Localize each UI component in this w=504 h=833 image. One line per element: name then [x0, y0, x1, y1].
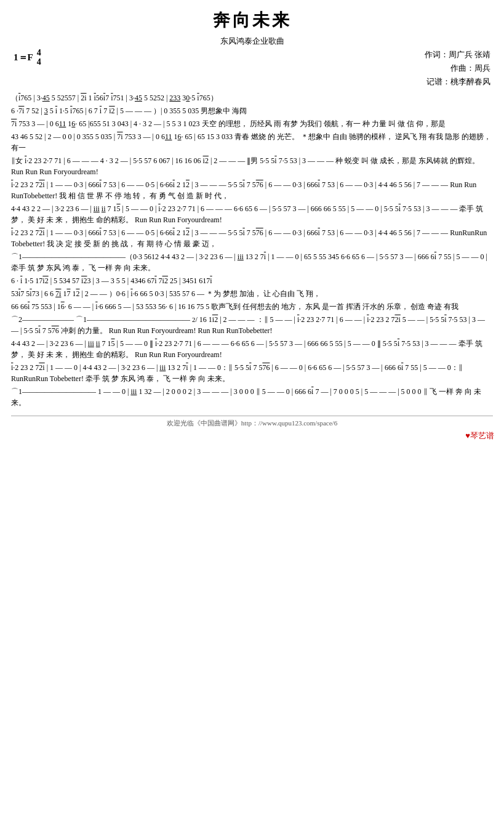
block-5: ‖女 i·2 23 2·7 71 | 6 — — — 4 · 3 2 — | 5…: [11, 155, 493, 177]
block-8: i·2 23 2 72i | 1 — — 0·3 | 666i 7 53 | 6…: [11, 227, 493, 249]
key-time-sig: 1＝F 4 4: [14, 48, 41, 67]
notation-row-2: 6 ·7i 7 52 | 3 5 i 1·5 i765 | 6 7 i 7 i2…: [11, 107, 199, 115]
meta-right: 作词：周广兵 张靖 作曲：周兵 记谱：桃李醉春风: [425, 48, 490, 89]
lyric-row-9: 牵手 筑 梦 东风 鸿 泰， 飞 一样 奔 向 未来。: [11, 264, 155, 272]
block-3: 7i 753 3 — | 0 611 16· 65 |655 51 3 043 …: [11, 118, 493, 129]
composer: 作曲：周兵: [425, 62, 490, 75]
notation-row-7: 4·4 43 2 2 — | 3·2 23 6 — | iii ii 7 15 …: [11, 204, 232, 213]
notation-row-9c: 6·6 65 6 — | 5·5 57 3 — | 666 6i 7 55 | …: [341, 252, 487, 261]
notation-row-13c: 2/ 16 1i2 | 2 — — — ：‖ 5 — — | i·2 23 2·…: [192, 315, 401, 324]
lyric-row-13: 冲刺 的力量。 Run Run Run Foryourdream! Run Ru…: [61, 326, 273, 335]
notation-row-13b: ⌒1——————————————: [76, 315, 190, 324]
block-12: 66 66i 75 553 | 16· 6 — — | i·6 666 5 — …: [11, 301, 493, 312]
notation-row-12: 66 66i 75 553 | 16· 6 — — | i·6 666 5 — …: [11, 302, 209, 311]
notation-row-16b: 1 — — 0 | iii 1 32 — | 2 0 0 0 2 | 3 — —…: [98, 387, 260, 396]
block-13: ⌒2——————— ⌒1—————————————— 2/ 16 1i2 | 2…: [11, 314, 493, 336]
block-11: 53i7 5i73 | 6 6 7i 17 12 | 2 — — ）0·6 | …: [11, 288, 493, 299]
notation-row-9b: 4·4 43 2 — | 3·2 23 6 — | iii 13 2 7i | …: [161, 252, 339, 261]
notation-row-14b: 6·6 65 6 — | 5·5 57 3 — | 666 66 5 55 | …: [231, 339, 457, 348]
notation-row-15a: i·2 23 2 72i | 1 — — 0 | 4·4 43 2 — | 3·…: [11, 363, 233, 372]
footer: 欢迎光临《中国曲谱网》http：//www.qupu123.com/space/…: [11, 416, 493, 428]
block-6: i·2 23 2 72i | 1 — — 0·3 | 666i 7 53 | 6…: [11, 179, 493, 201]
block-16: ⌒1—————————— 1 — — 0 | iii 1 32 — | 2 0 …: [11, 386, 493, 408]
lyric-row-3: 天空 的理想， 历经风 雨 有梦 为我们 领航，有一 种 力量 叫 做 信 仰，…: [202, 119, 446, 128]
lyric-row-2: 男想象中 海阔: [201, 107, 247, 115]
footer-text: 欢迎光临《中国曲谱网》http：//www.qupu123.com/space/…: [167, 419, 337, 427]
notation-row-11: 53i7 5i73 | 6 6 7i 17 12 | 2 — — ）0·6 | …: [11, 289, 204, 298]
notation-row-14a: 4·4 43 2 — | 3·2 23 6 — | iii ii 7 15 | …: [11, 339, 229, 348]
song-subtitle: 东风鸿泰企业歌曲: [11, 36, 493, 47]
notation-row-9: ⌒1——————————————（0·3 5612: [11, 252, 159, 261]
block-10: 6 · i 1·5 17i2 | 5 534 57 i23 | 3 — 3 5 …: [11, 275, 493, 286]
notation-row-16c: 5 — — 0 | 666 6i 7 — | 7 0 0 0 5 | 5 — —…: [262, 387, 428, 396]
block-9: ⌒1——————————————（0·3 5612 4·4 43 2 — | 3…: [11, 251, 493, 273]
song-title: 奔向未来: [11, 9, 493, 32]
transcriber: 记谱：桃李醉春风: [425, 75, 490, 89]
lyric-row-11: ＊为 梦想 加油， 让 心自由 飞 翔，: [206, 289, 321, 298]
meta-block: 1＝F 4 4 作词：周广兵 张靖 作曲：周兵 记谱：桃李醉春风: [11, 48, 493, 89]
lyric-row-12: 歌声飞到 任何想去的 地方， 东风 是一首 挥洒 汗水的 乐章， 创造 奇迹 有…: [211, 302, 458, 311]
block-4: 43 46 5 52 | 2 — 0 0 | 0 355 5 035 | 7i …: [11, 131, 493, 153]
notation-row-10: 6 · i 1·5 17i2 | 5 534 57 i23 | 3 — 3 5 …: [11, 276, 212, 285]
notation-row-6: i·2 23 2 72i | 1 — — 0·3 | 666i 7 53 | 6…: [11, 180, 226, 189]
notation-row-3: 7i 753 3 — | 0 611 16· 65 |655 51 3 043 …: [11, 119, 200, 128]
notation-row-15b: 5·5 5i 7 576 | 6 — — 0 | 6·6 65 6 — | 5·…: [234, 363, 463, 372]
block-7: 4·4 43 2 2 — | 3·2 23 6 — | iii ii 7 15 …: [11, 203, 493, 225]
block-15: i·2 23 2 72i | 1 — — 0 | 4·4 43 2 — | 3·…: [11, 362, 493, 384]
lyricist: 作词：周广兵 张靖: [425, 48, 490, 62]
notation-row-5: ‖女 i·2 23 2·7 71 | 6 — — —: [11, 156, 98, 165]
notation-row-6b: 5·5 5i 7 576 | 6 — — 0·3 | 666i 7 53 | 6…: [228, 180, 448, 189]
notation-row-5b: 4 · 3 2 — | 5·5 57 6 067 | 16 16 06 i2 |…: [100, 156, 334, 165]
notation-row-8b: 5·5 5i 7 576 | 6 — — 0·3 | 666i 7 53 | 6…: [228, 228, 448, 237]
page: 奔向未来 东风鸿泰企业歌曲 1＝F 4 4 作词：周广兵 张靖 作曲：周兵 记谱…: [0, 0, 504, 446]
block-14: 4·4 43 2 — | 3·2 23 6 — | iii ii 7 15 | …: [11, 338, 493, 360]
notation-row-16a: ⌒1——————————: [11, 387, 96, 396]
time-signature: 4 4: [37, 48, 41, 67]
block-1: （i765 | 3·45 5 52557 | 2i 1 i56i7 i751 |…: [11, 92, 493, 103]
logo: ♥琴艺谱: [465, 430, 494, 441]
notation-row-7b: 6·6 65 6 — | 5·5 57 3 — | 666 66 5 55 | …: [234, 204, 457, 213]
notation-row: （i765 | 3·45 5 52557 | 2i 1 i56i7 i751 |…: [11, 94, 218, 102]
lyric-row-15: RunRunRun Tobebetter! 牵手 筑 梦 东风 鸿 泰， 飞 一…: [11, 374, 230, 383]
block-2: 6 ·7i 7 52 | 3 5 i 1·5 i765 | 6 7 i 7 i2…: [11, 105, 493, 116]
key-label: 1＝F: [14, 52, 33, 63]
notation-row-13a: ⌒2———————: [11, 315, 74, 324]
score-content: （i765 | 3·45 5 52557 | 2i 1 i56i7 i751 |…: [11, 92, 493, 408]
notation-row-4: 43 46 5 52 | 2 — 0 0 | 0 355 5 035 | 7i …: [11, 132, 233, 141]
notation-row-8: i·2 23 2 72i | 1 — — 0·3 | 666i 7 53 | 6…: [11, 228, 226, 237]
